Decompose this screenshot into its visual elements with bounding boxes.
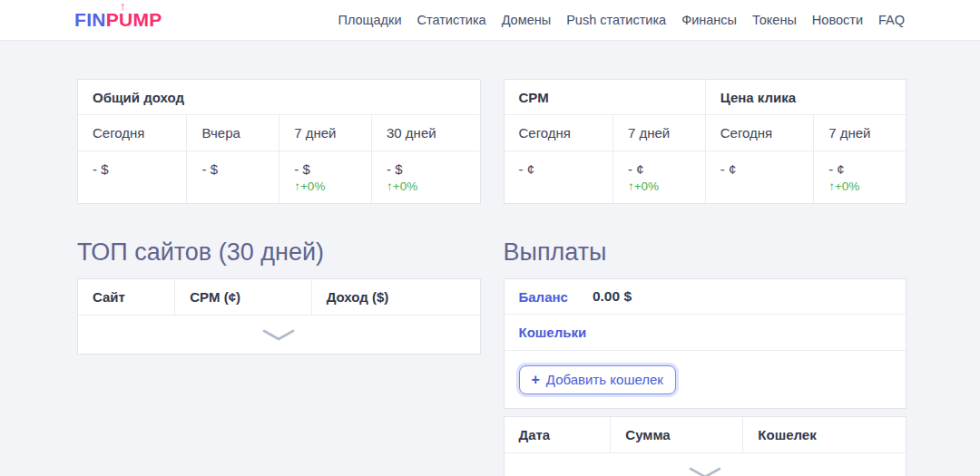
nav-item-tokeny[interactable]: Токены — [752, 13, 797, 27]
income-value-yesterday: - $ — [186, 151, 279, 203]
top-header: FINPU↑MP Площадки Статистика Домены Push… — [0, 0, 980, 41]
logo-text-u: U↑ — [119, 9, 132, 31]
income-card-title: Общий доход — [78, 80, 480, 114]
wallets-link[interactable]: Кошельки — [519, 325, 587, 340]
nav-item-domeny[interactable]: Домены — [502, 13, 552, 27]
nav-item-novosti[interactable]: Новости — [812, 13, 863, 27]
income-value-7days: - $↑+0% — [279, 151, 371, 203]
click-price-value-today: - ¢ — [705, 151, 813, 203]
chevron-down-icon — [688, 466, 722, 476]
cpm-card-title: CPM — [505, 80, 705, 114]
wallets-row: Кошельки — [505, 315, 906, 351]
balance-label: Баланс — [519, 289, 568, 305]
payouts-history-table: Дата Сумма Кошелек — [504, 416, 907, 476]
click-price-value-7days: - ¢↑+0% — [813, 151, 906, 203]
cpm-click-price-card: CPM Цена клика Сегодня 7 дней Сегодня 7 … — [504, 79, 907, 204]
plus-icon: + — [532, 372, 540, 388]
income-change-7days: ↑+0% — [294, 180, 357, 193]
cpm-change-7days: ↑+0% — [628, 180, 691, 193]
up-arrow-icon: ↑ — [120, 0, 126, 12]
add-wallet-label: Добавить кошелек — [546, 372, 663, 387]
top-sites-col-income: Доход ($) — [311, 279, 480, 315]
nav-item-finansy[interactable]: Финансы — [681, 13, 737, 27]
top-sites-col-cpm: CPM (¢) — [174, 279, 310, 315]
right-column: CPM Цена клика Сегодня 7 дней Сегодня 7 … — [504, 79, 907, 476]
income-col-30days: 30 дней — [371, 114, 479, 151]
click-price-col-today: Сегодня — [705, 114, 813, 151]
cpm-col-7days: 7 дней — [612, 114, 705, 151]
payouts-col-sum: Сумма — [610, 417, 742, 452]
balance-value: 0.00 $ — [593, 288, 632, 305]
main-nav: Площадки Статистика Домены Push статисти… — [338, 13, 905, 27]
payouts-card: Баланс 0.00 $ Кошельки + Добавить кошеле… — [504, 278, 907, 409]
nav-item-push-statistika[interactable]: Push статистика — [566, 13, 666, 27]
income-col-7days: 7 дней — [279, 114, 371, 151]
logo-text-fin: FIN — [74, 9, 106, 31]
add-wallet-button[interactable]: + Добавить кошелек — [519, 365, 676, 394]
dashboard-content: Общий доход Сегодня Вчера 7 дней 30 дней… — [0, 41, 980, 476]
income-col-today: Сегодня — [78, 114, 186, 151]
add-wallet-row: + Добавить кошелек — [505, 351, 906, 408]
top-sites-col-site: Сайт — [78, 279, 174, 315]
cpm-value-7days: - ¢↑+0% — [612, 151, 705, 203]
nav-item-ploshchadki[interactable]: Площадки — [338, 13, 401, 27]
top-sites-expand-row[interactable] — [78, 315, 480, 354]
payouts-expand-row[interactable] — [505, 452, 906, 476]
chevron-down-icon — [261, 328, 296, 342]
left-column: Общий доход Сегодня Вчера 7 дней 30 дней… — [77, 79, 481, 476]
logo-text-p: P — [106, 9, 119, 31]
top-sites-table: Сайт CPM (¢) Доход ($) — [77, 278, 481, 355]
click-price-col-7days: 7 дней — [813, 114, 906, 151]
finpump-logo[interactable]: FINPU↑MP — [74, 9, 162, 31]
click-price-change-7days: ↑+0% — [828, 180, 891, 193]
payouts-col-date: Дата — [505, 417, 611, 452]
cpm-value-today: - ¢ — [505, 151, 612, 203]
payouts-col-wallet: Кошелек — [742, 417, 906, 452]
payouts-heading: Выплаты — [504, 238, 907, 267]
top-sites-heading: ТОП сайтов (30 дней) — [77, 238, 481, 267]
cpm-col-today: Сегодня — [505, 114, 612, 151]
income-value-30days: - $↑+0% — [371, 151, 479, 203]
logo-text-mp: MP — [133, 9, 162, 31]
income-value-today: - $ — [78, 151, 186, 203]
income-change-30days: ↑+0% — [387, 180, 465, 193]
income-col-yesterday: Вчера — [186, 114, 279, 151]
nav-item-statistika[interactable]: Статистика — [416, 13, 485, 27]
balance-row: Баланс 0.00 $ — [505, 279, 906, 315]
total-income-card: Общий доход Сегодня Вчера 7 дней 30 дней… — [77, 79, 481, 204]
click-price-card-title: Цена клика — [705, 80, 906, 114]
nav-item-faq[interactable]: FAQ — [878, 13, 905, 27]
